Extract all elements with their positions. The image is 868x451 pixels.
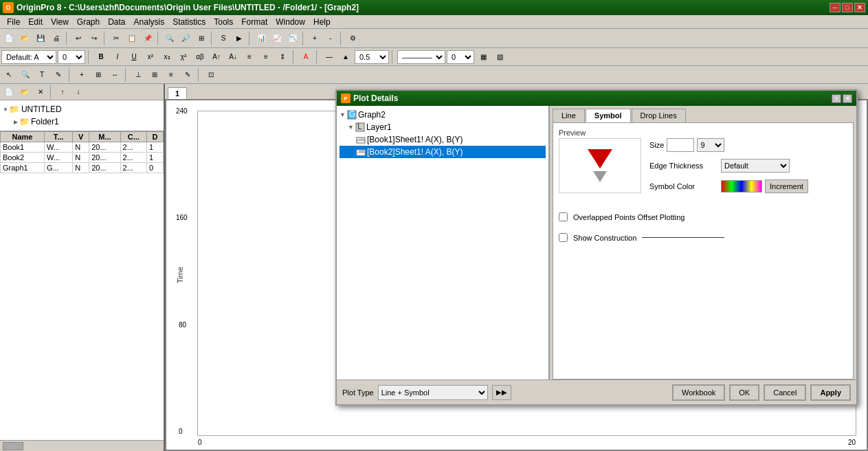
tab-symbol[interactable]: Symbol bbox=[586, 109, 631, 122]
close-button[interactable]: ✕ bbox=[854, 3, 865, 12]
tab-droplines[interactable]: Drop Lines bbox=[632, 109, 686, 122]
line-style-dropdown[interactable]: ———— bbox=[397, 50, 445, 64]
bold-btn[interactable]: B bbox=[93, 50, 109, 65]
tree-item-untitled[interactable]: ▼ 📁 UNTITLED bbox=[3, 103, 161, 116]
annotation-btn[interactable]: ✎ bbox=[180, 67, 195, 82]
layer-props-btn[interactable]: ⊞ bbox=[91, 67, 106, 82]
menu-data[interactable]: Data bbox=[104, 16, 129, 28]
lp-up-btn[interactable]: ↑ bbox=[55, 85, 70, 100]
print-btn[interactable]: 🖨 bbox=[49, 31, 64, 46]
hatching-btn[interactable]: ▧ bbox=[492, 50, 507, 65]
menu-format[interactable]: Format bbox=[237, 16, 271, 28]
add-col-btn[interactable]: + bbox=[307, 31, 322, 46]
size-dropdown[interactable]: 9 bbox=[697, 138, 724, 152]
zoom-tool[interactable]: 🔍 bbox=[18, 67, 33, 82]
overlapped-checkbox[interactable] bbox=[559, 212, 568, 221]
subscript-btn[interactable]: x₂ bbox=[159, 50, 175, 65]
open-btn[interactable]: 📂 bbox=[17, 31, 32, 46]
table-row[interactable]: Book2 W... N 20... 2... 1 bbox=[1, 153, 164, 163]
graph-btn[interactable]: 📊 bbox=[254, 31, 269, 46]
move-layer-btn[interactable]: ↔ bbox=[107, 67, 122, 82]
run-btn[interactable]: ▶ bbox=[232, 31, 247, 46]
underline-btn[interactable]: U bbox=[126, 50, 142, 65]
dialog-tree-layer1[interactable]: ▼ L Layer1 bbox=[340, 121, 546, 133]
menu-graph[interactable]: Graph bbox=[73, 16, 104, 28]
increase-font-btn[interactable]: A↑ bbox=[209, 50, 224, 65]
fit-page-btn[interactable]: ⊡ bbox=[203, 67, 219, 82]
table-row[interactable]: Book1 W... N 20... 2... 1 bbox=[1, 142, 164, 153]
lp-down-btn[interactable]: ↓ bbox=[71, 85, 86, 100]
undo-btn[interactable]: ↩ bbox=[71, 31, 86, 46]
cut-btn[interactable]: ✂ bbox=[109, 31, 124, 46]
menu-help[interactable]: Help bbox=[309, 16, 335, 28]
horizontal-scrollbar[interactable] bbox=[0, 440, 164, 451]
del-col-btn[interactable]: - bbox=[323, 31, 338, 46]
table-btn[interactable]: 📉 bbox=[285, 31, 300, 46]
show-construction-checkbox[interactable] bbox=[559, 233, 568, 242]
menu-tools[interactable]: Tools bbox=[210, 16, 237, 28]
plot-type-dropdown[interactable]: Line + Symbol bbox=[378, 385, 488, 400]
dialog-tree-book1[interactable]: [Book1]Sheet1! A(X), B(Y) bbox=[340, 133, 546, 146]
font-style-dropdown[interactable]: Default: A bbox=[1, 50, 56, 64]
size-input[interactable]: 9 bbox=[667, 138, 694, 152]
zoom-out-btn[interactable]: 🔎 bbox=[178, 31, 193, 46]
menu-edit[interactable]: Edit bbox=[24, 16, 47, 28]
minimize-button[interactable]: ─ bbox=[830, 3, 841, 12]
pointer-tool[interactable]: ↖ bbox=[1, 67, 16, 82]
dialog-help-btn[interactable]: ? bbox=[832, 94, 841, 103]
text-tool[interactable]: T bbox=[34, 67, 49, 82]
apply-button[interactable]: Apply bbox=[810, 384, 851, 401]
lp-new-btn[interactable]: 📄 bbox=[1, 85, 16, 100]
pattern-btn[interactable]: ▦ bbox=[476, 50, 491, 65]
line-color-btn[interactable]: — bbox=[322, 50, 337, 65]
new-btn[interactable]: 📄 bbox=[1, 31, 16, 46]
menu-statistics[interactable]: Statistics bbox=[168, 16, 210, 28]
spacing-btn[interactable]: ⇕ bbox=[275, 50, 290, 65]
grid-btn[interactable]: ⊞ bbox=[147, 67, 162, 82]
superscript-btn[interactable]: x² bbox=[143, 50, 158, 65]
workbook-button[interactable]: Workbook bbox=[672, 384, 725, 401]
menu-window[interactable]: Window bbox=[271, 16, 309, 28]
lp-open-btn[interactable]: 📂 bbox=[17, 85, 32, 100]
symbol-btn[interactable]: αβ bbox=[192, 50, 208, 65]
fit-btn[interactable]: ⊞ bbox=[194, 31, 209, 46]
script-btn[interactable]: S bbox=[216, 31, 231, 46]
dialog-tree-book2[interactable]: [Book2]Sheet1! A(X), B(Y) bbox=[340, 146, 546, 158]
paste-btn[interactable]: 📌 bbox=[140, 31, 155, 46]
zoom-in-btn[interactable]: 🔍 bbox=[162, 31, 177, 46]
scrollbar-thumb[interactable] bbox=[3, 442, 23, 450]
fill-color-btn[interactable]: ▲ bbox=[338, 50, 353, 65]
forward-button[interactable]: ▶▶ bbox=[492, 385, 511, 400]
font-size-dropdown[interactable]: 0 bbox=[58, 50, 85, 64]
cancel-button[interactable]: Cancel bbox=[764, 384, 806, 401]
axis-btn[interactable]: ⊥ bbox=[131, 67, 146, 82]
menu-file[interactable]: File bbox=[3, 16, 24, 28]
edge-thickness-dropdown[interactable]: Default bbox=[721, 159, 790, 173]
save-btn[interactable]: 💾 bbox=[33, 31, 48, 46]
draw-data-tool[interactable]: ✎ bbox=[51, 67, 66, 82]
table-row[interactable]: Graph1 G... N 20... 2... 0 bbox=[1, 163, 164, 173]
tab-line[interactable]: Line bbox=[553, 109, 585, 122]
tree-item-folder1[interactable]: ▶ 📁 Folder1 bbox=[3, 116, 161, 128]
redo-btn[interactable]: ↪ bbox=[87, 31, 102, 46]
menu-analysis[interactable]: Analysis bbox=[130, 16, 169, 28]
ok-button[interactable]: OK bbox=[729, 384, 759, 401]
graph-tab-1[interactable]: 1 bbox=[168, 87, 187, 99]
font-color-btn[interactable]: A bbox=[298, 50, 313, 65]
maximize-button[interactable]: □ bbox=[842, 3, 853, 12]
new-layer-btn[interactable]: + bbox=[74, 67, 89, 82]
align-left-btn[interactable]: ≡ bbox=[242, 50, 257, 65]
increment-button[interactable]: Increment bbox=[765, 179, 808, 193]
decrease-font-btn[interactable]: A↓ bbox=[225, 50, 241, 65]
line-width-dropdown[interactable]: 0.5 bbox=[355, 50, 389, 64]
italic-btn[interactable]: I bbox=[110, 50, 125, 65]
dialog-close-btn[interactable]: ✕ bbox=[843, 94, 852, 103]
copy-btn[interactable]: 📋 bbox=[124, 31, 140, 46]
menu-view[interactable]: View bbox=[47, 16, 73, 28]
data-btn[interactable]: 📈 bbox=[269, 31, 285, 46]
lp-close-btn[interactable]: ✕ bbox=[33, 85, 48, 100]
legend-btn[interactable]: ≡ bbox=[164, 67, 179, 82]
special-char-btn[interactable]: χ² bbox=[176, 50, 191, 65]
align-center-btn[interactable]: ≡ bbox=[258, 50, 274, 65]
dialog-tree-graph2[interactable]: ▼ G Graph2 bbox=[340, 109, 546, 121]
